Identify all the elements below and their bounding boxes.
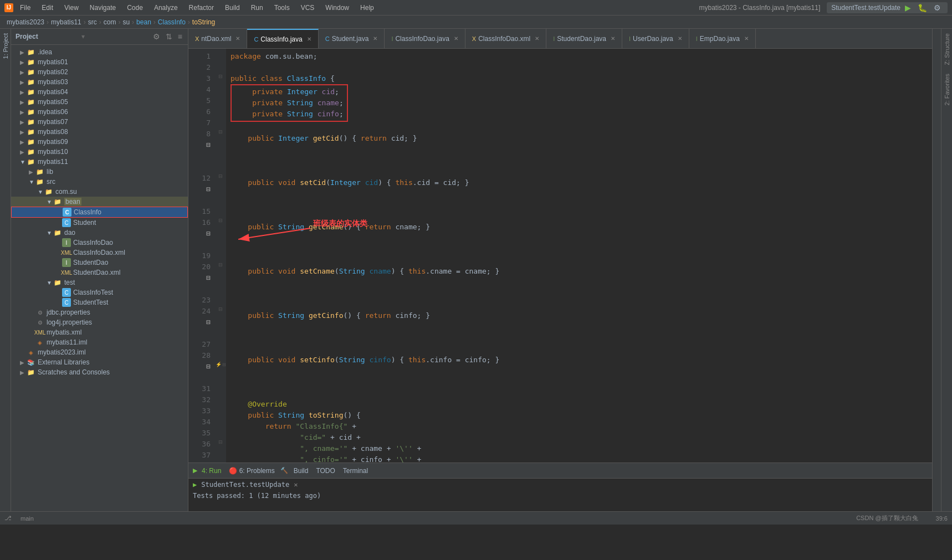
code-line-16: public String getCname() { return cname;…	[231, 222, 928, 233]
sidebar-settings-icon[interactable]: ⚙	[152, 31, 161, 42]
close-icon[interactable]: ✕	[307, 36, 311, 42]
menu-refactor[interactable]: Refactor	[185, 3, 218, 13]
tree-item-idea[interactable]: ▶ 📁 .idea	[11, 47, 188, 57]
tree-item-mybatis06[interactable]: ▶📁mybatis06	[11, 107, 188, 117]
folder-icon: 📁	[35, 177, 44, 186]
tree-item-classinfodao-xml[interactable]: ▶ XML ClassInfoDao.xml	[11, 248, 188, 258]
tree-item-mybatis11-iml[interactable]: ▶◈mybatis11.iml	[11, 337, 188, 347]
menu-navigate[interactable]: Navigate	[85, 3, 120, 13]
menu-bar: IJ File Edit View Navigate Code Analyze …	[0, 0, 952, 16]
menu-help[interactable]: Help	[356, 3, 378, 13]
breadcrumb-item-com[interactable]: com	[104, 18, 116, 26]
tree-item-log4j-prop[interactable]: ▶⚙log4j.properties	[11, 317, 188, 327]
tree-item-student[interactable]: ▶ C Student	[11, 218, 188, 228]
run-tab[interactable]: 4: Run	[198, 466, 224, 476]
run-config[interactable]: StudentTest.testUpdate ▶ 🐛 ⚙	[827, 2, 948, 13]
breadcrumb-item-method[interactable]: toString	[192, 18, 215, 26]
menu-edit[interactable]: Edit	[37, 3, 58, 13]
terminal-tab[interactable]: Terminal	[340, 466, 371, 476]
tree-item-test[interactable]: ▼ 📁 test	[11, 278, 188, 287]
tab-classinfodao-xml[interactable]: X ClassInfoDao.xml ✕	[465, 29, 546, 48]
tree-item-mybatis05[interactable]: ▶📁mybatis05	[11, 97, 188, 107]
tab-student-java[interactable]: C Student.java ✕	[319, 29, 385, 48]
build-button[interactable]: ⚙	[931, 3, 943, 12]
menu-tools[interactable]: Tools	[270, 3, 294, 13]
code-content[interactable]: package com.su.bean; public class ClassI…	[226, 49, 932, 463]
tree-item-mybatis04[interactable]: ▶📁mybatis04	[11, 87, 188, 97]
java-class-icon3: C	[62, 288, 71, 297]
tree-item-com-su[interactable]: ▼📁com.su	[11, 187, 188, 197]
run-button[interactable]: ▶	[903, 3, 913, 12]
tab-ntdao-xml[interactable]: X ntDao.xml ✕	[188, 29, 247, 48]
favorites-tab[interactable]: 2: Favorites	[942, 69, 952, 110]
menu-run[interactable]: Run	[247, 3, 268, 13]
breadcrumb-item-su[interactable]: su	[122, 18, 130, 26]
sidebar-gear-icon[interactable]: ≡	[177, 31, 183, 42]
breadcrumb-item-module[interactable]: mybatis11	[51, 18, 81, 26]
run-status-icon: ▶	[193, 481, 197, 489]
structure-tab[interactable]: Z: Structure	[942, 29, 952, 69]
todo-tab[interactable]: TODO	[313, 466, 338, 476]
tree-item-classinfotest[interactable]: ▶ C ClassInfoTest	[11, 287, 188, 297]
close-run-icon[interactable]: ✕	[294, 481, 298, 489]
sidebar-collapse-icon[interactable]: ⇅	[165, 31, 173, 42]
tree-item-mybatis07[interactable]: ▶📁mybatis07	[11, 117, 188, 127]
tab-classinfo-java[interactable]: C ClassInfo.java ✕	[247, 29, 318, 48]
tab-studentdao-java[interactable]: I StudentDao.java ✕	[546, 29, 622, 48]
close-icon[interactable]: ✕	[678, 35, 682, 42]
tab-empdao-java[interactable]: I EmpDao.java ✕	[689, 29, 756, 48]
tree-item-ext-lib[interactable]: ▶📚External Libraries	[11, 357, 188, 367]
tree-item-bean[interactable]: ▼ 📁 bean	[11, 197, 188, 207]
tree-item-lib[interactable]: ▶📁lib	[11, 167, 188, 177]
menu-code[interactable]: Code	[122, 3, 147, 13]
tree-item-mybatis10[interactable]: ▶📁mybatis10	[11, 147, 188, 157]
sidebar-dropdown-icon[interactable]: ▾	[81, 33, 85, 40]
code-editor[interactable]: 1 2 3 4 5 6 7 8 ⊟ 12 ⊟ 15 16 ⊟ 19 20	[188, 49, 932, 463]
breadcrumb-item-bean[interactable]: bean	[136, 18, 151, 26]
close-icon[interactable]: ✕	[373, 35, 377, 42]
menu-view[interactable]: View	[60, 3, 83, 13]
close-icon[interactable]: ✕	[611, 35, 615, 42]
menu-window[interactable]: Window	[321, 3, 354, 13]
close-icon[interactable]: ✕	[454, 35, 458, 42]
close-icon[interactable]: ✕	[236, 35, 240, 42]
tree-item-mybatis11[interactable]: ▼📁mybatis11	[11, 157, 188, 167]
menu-build[interactable]: Build	[221, 3, 244, 13]
tree-item-mybatis03[interactable]: ▶📁mybatis03	[11, 77, 188, 87]
gutter-tab-project[interactable]: 1: Project	[1, 29, 11, 63]
code-line-20: public void setCname(String cname) { thi…	[231, 266, 928, 277]
tree-item-studentdao[interactable]: ▶ I StudentDao	[11, 258, 188, 268]
run-panel-header: ▶ 4: Run 🔴 6: Problems 🔨 Build TODO Term…	[188, 463, 932, 479]
breadcrumb-item-classinfo[interactable]: ClassInfo	[158, 18, 186, 26]
tree-item-mybatis08[interactable]: ▶📁mybatis08	[11, 127, 188, 137]
tree-item-mybatis2023-iml[interactable]: ▶◈mybatis2023.iml	[11, 347, 188, 357]
tab-userdao-java[interactable]: I UserDao.java ✕	[622, 29, 689, 48]
problems-tab[interactable]: 🔴 6: Problems	[226, 466, 278, 476]
close-icon[interactable]: ✕	[744, 35, 749, 42]
tree-item-src[interactable]: ▼📁src	[11, 177, 188, 187]
tree-item-scratches[interactable]: ▶📁Scratches and Consoles	[11, 367, 188, 377]
tree-item-mybatis-xml[interactable]: ▶XMLmybatis.xml	[11, 327, 188, 337]
java-i-tab-icon3: I	[629, 35, 631, 42]
tree-item-studenttest[interactable]: ▶ C StudentTest	[11, 297, 188, 307]
breadcrumb-item-project[interactable]: mybatis2023	[7, 18, 44, 26]
tree-item-dao[interactable]: ▼ 📁 dao	[11, 228, 188, 238]
tree-item-studentdao-xml[interactable]: ▶ XML StudentDao.xml	[11, 268, 188, 278]
tree-item-jdbc-prop[interactable]: ▶⚙jdbc.properties	[11, 307, 188, 317]
breadcrumb-item-src[interactable]: src	[88, 18, 97, 26]
run-panel-content: ▶ StudentTest.testUpdate ✕	[188, 479, 932, 491]
menu-analyze[interactable]: Analyze	[150, 3, 182, 13]
tree-item-mybatis01[interactable]: ▶📁mybatis01	[11, 57, 188, 67]
tree-item-mybatis09[interactable]: ▶📁mybatis09	[11, 137, 188, 147]
tree-item-classinfodao[interactable]: ▶ I ClassInfoDao	[11, 238, 188, 248]
menu-vcs[interactable]: VCS	[296, 3, 319, 13]
close-icon[interactable]: ✕	[535, 35, 539, 42]
tree-item-classinfo[interactable]: ▶ C ClassInfo	[11, 207, 188, 218]
java-i-tab-icon2: I	[553, 35, 555, 42]
tab-classinfodao-java[interactable]: I ClassInfoDao.java ✕	[385, 29, 465, 48]
build-tab[interactable]: Build	[290, 466, 312, 476]
tree-item-mybatis02[interactable]: ▶📁mybatis02	[11, 67, 188, 77]
code-line-14	[231, 199, 928, 210]
debug-button[interactable]: 🐛	[915, 3, 929, 12]
menu-file[interactable]: File	[16, 3, 35, 13]
